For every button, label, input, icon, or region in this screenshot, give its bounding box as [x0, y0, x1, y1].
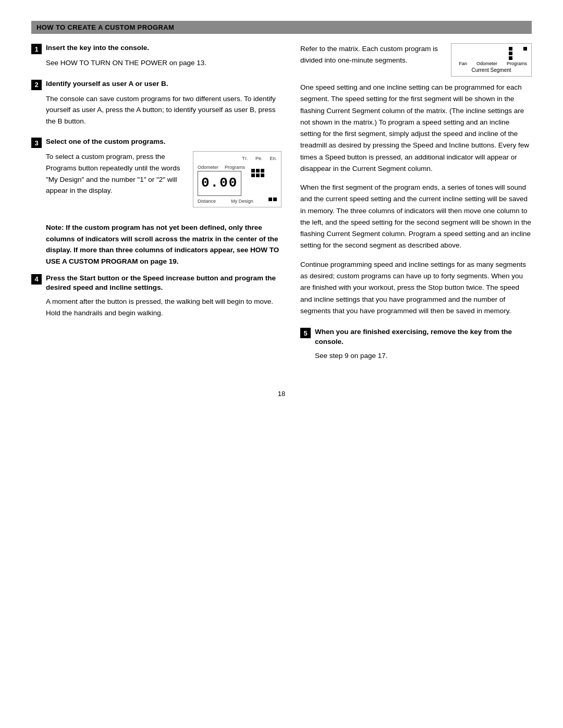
step-4-title: Press the Start button or the Speed incr…	[46, 274, 282, 293]
step-2-number: 2	[31, 80, 42, 90]
page-content: HOW TO CREATE A CUSTOM PROGRAM 1 Insert …	[31, 21, 532, 398]
matrix-odometer-label: Odometer	[476, 61, 497, 66]
step-4-block: 4 Press the Start button or the Speed in…	[31, 274, 282, 319]
display-top-label-2: Pe.	[255, 155, 263, 162]
step-4-body: A moment after the button is pressed, th…	[46, 296, 282, 318]
matrix-programs-label: Programs	[507, 61, 527, 66]
step-1-body: See HOW TO TURN ON THE POWER on page 13.	[46, 57, 282, 69]
step-2-block: 2 Identify yourself as user A or user B.…	[31, 79, 282, 127]
step-1-title: Insert the key into the console.	[46, 43, 149, 53]
display-top-label-3: En.	[270, 155, 277, 162]
left-column: 1 Insert the key into the console. See H…	[31, 43, 282, 369]
step-3-number: 3	[31, 138, 42, 148]
step-5-number: 5	[300, 328, 311, 338]
step-1-block: 1 Insert the key into the console. See H…	[31, 43, 282, 69]
matrix-fan-label: Fan	[459, 61, 467, 66]
step-4-number: 4	[31, 274, 42, 285]
step-2-title: Identify yourself as user A or user B.	[46, 79, 168, 89]
right-para-3: Continue programming speed and incline s…	[300, 259, 532, 317]
step-5-body: See step 9 on page 17.	[315, 350, 532, 362]
matrix-intro: Fan Odometer Programs Current Segment Re…	[300, 43, 532, 82]
right-para-1: One speed setting and one incline settin…	[300, 82, 532, 175]
display-mydesign-label: My Design	[231, 198, 253, 205]
display-odometer-label: Odometer	[198, 164, 218, 171]
note-text: Note: If the custom program has not yet …	[46, 222, 282, 267]
display-distance-label: Distance	[198, 198, 216, 205]
display-top-label-1: Tr.	[242, 155, 248, 162]
display-number: 0.00	[198, 171, 241, 196]
step-3-display: Tr. Pe. En. Odometer Programs	[193, 151, 282, 207]
right-column: Fan Odometer Programs Current Segment Re…	[300, 43, 532, 369]
section-header: HOW TO CREATE A CUSTOM PROGRAM	[31, 21, 532, 34]
step-3-title: Select one of the custom programs.	[46, 137, 166, 147]
matrix-current-segment: Current Segment	[456, 67, 527, 73]
step-2-body: The console can save custom programs for…	[46, 93, 282, 127]
step-5-title: When you are finished exercising, remove…	[315, 327, 532, 347]
page-number: 18	[31, 390, 532, 398]
matrix-box: Fan Odometer Programs Current Segment	[451, 43, 532, 77]
step-3-block: 3 Select one of the custom programs. Tr.…	[31, 137, 282, 212]
right-para-2: When the first segment of the program en…	[300, 182, 532, 252]
note-block: Note: If the custom program has not yet …	[46, 222, 282, 267]
step-1-number: 1	[31, 44, 42, 54]
step-5-block: 5 When you are finished exercising, remo…	[300, 327, 532, 362]
display-programs-label: Programs	[225, 164, 245, 171]
